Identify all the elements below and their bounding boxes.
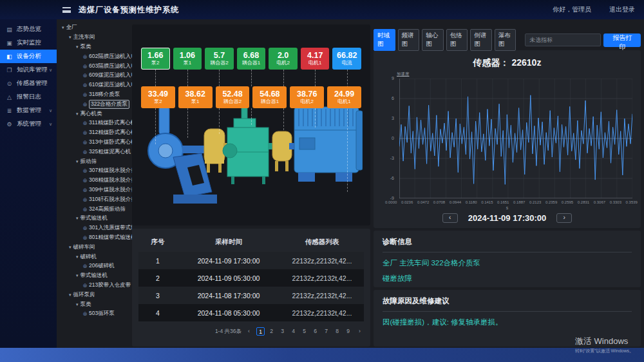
tree-node[interactable]: ▾ ◎ 带式输送机	[59, 214, 132, 224]
view-mode-button[interactable]: 包络图	[446, 29, 468, 51]
y-axis-ticks: 9630-3-6-9	[381, 76, 394, 200]
tree-node[interactable]: ▾ ◎ 206破碎机	[59, 262, 132, 271]
analysis-toolbar: 时域图 频谱图 轴心图 包络图 倒谱图 瀑布图 报告打印	[374, 32, 641, 48]
view-mode-button[interactable]: 瀑布图	[495, 29, 516, 51]
tree-node-label: 310矸石脱水脱介筛	[89, 196, 132, 204]
gauge-box[interactable]: 54.68 耦合器1	[252, 86, 287, 108]
page-number[interactable]: 7	[322, 327, 330, 336]
gauge-box[interactable]: 5.7 耦合器2	[205, 48, 234, 70]
page-number[interactable]: 3	[278, 327, 287, 336]
tree-node[interactable]: ▾ ◎ 带式输送机	[59, 271, 132, 281]
gauge-label: 耦合器1	[261, 99, 279, 105]
page-prev-icon[interactable]: ‹	[245, 327, 253, 336]
gauge-value: 1.66	[147, 51, 163, 60]
tree-node[interactable]: ▾ ◎ 603隔膜压滤机入料泵	[59, 61, 132, 71]
gauge-box[interactable]: 24.99 电机1	[327, 86, 361, 108]
gauge-box[interactable]: 38.62 泵1	[178, 86, 213, 108]
page-number[interactable]: 1	[256, 327, 265, 336]
system[interactable]: ⚙ 系统管理 ∨	[0, 117, 57, 131]
view-mode-button[interactable]: 倒谱图	[470, 29, 492, 51]
gauge-value: 66.82	[337, 51, 357, 60]
x-tick: 0.1180	[466, 200, 477, 204]
tree-node[interactable]: ▾ ◎ 610煤泥压滤机入料泵	[59, 81, 132, 90]
tree-node[interactable]: ▾ ◎ 301入洗原煤带式输送机	[59, 224, 132, 233]
tree-node-label: 带式输送机	[80, 214, 108, 222]
gauge-box[interactable]: 38.76 电机2	[290, 86, 324, 108]
tree-node[interactable]: ▾ ◎ 322合格介质泵	[59, 99, 132, 109]
tree-node[interactable]: ▾ ◎ 循环泵房	[59, 290, 132, 300]
view-mode-button[interactable]: 轴心图	[422, 29, 444, 51]
knowledge[interactable]: ❐ 知识库管理 ∨	[0, 63, 57, 77]
diagnosis-panel: 诊断信息 全厂 主洗车间 322合格介质泵 碰磨故障	[374, 231, 641, 287]
tree-node[interactable]: ▾ ◎ 318稀介质泵	[59, 90, 132, 100]
gauge-box[interactable]: 6.68 耦合器1	[237, 48, 266, 70]
user-greeting: 你好，管理员	[553, 5, 591, 14]
tree-node[interactable]: ▾ ◎ 324高频振动筛	[59, 204, 132, 214]
view-mode-button[interactable]: 时域图	[374, 29, 395, 51]
col-header-time: 采样时间	[177, 238, 280, 247]
table-row[interactable]: 2 2024-11-09 05:30:00 22132z,22132t,42..…	[138, 269, 364, 287]
overview[interactable]: ▤ 态势总览	[0, 23, 57, 36]
gauge-box[interactable]: 1.06 泵1	[173, 48, 202, 70]
tree-node[interactable]: ▾ ◎ 602隔膜压滤机入料泵	[59, 52, 132, 61]
tree-node[interactable]: ▾ ◎ 309中煤脱水脱介筛	[59, 186, 132, 195]
gauge-box[interactable]: 2.0 电机2	[269, 48, 298, 70]
logout-link[interactable]: 退出登录	[609, 5, 635, 14]
gauge-value: 6.68	[243, 51, 259, 60]
alarm[interactable]: △ 报警日志	[0, 90, 57, 104]
next-date-button[interactable]: ›	[556, 213, 572, 223]
menu-icon[interactable]	[62, 7, 71, 13]
tree-node[interactable]: ▾ ◎ 311精煤卧式离心机	[59, 119, 132, 128]
sidebar-item-icon: ▣	[6, 40, 13, 46]
table-row[interactable]: 3 2024-11-08 17:30:00 22132z,22132t,42..…	[138, 287, 364, 304]
tree-node-label: 振动筛	[80, 158, 97, 166]
page-number[interactable]: 4	[289, 327, 298, 336]
tree-node[interactable]: ▾ ◎ 离心机类	[59, 109, 132, 119]
x-tick: 0.1887	[513, 200, 525, 204]
view-mode-button[interactable]: 频谱图	[398, 29, 420, 51]
x-tick: 0.3539	[626, 200, 638, 204]
tree-node[interactable]: ▾ ◎ 213胶带入仓皮带	[59, 281, 132, 291]
prev-date-button[interactable]: ‹	[442, 213, 458, 223]
tree-node-label: 311精煤卧式离心机	[89, 119, 132, 127]
gauge-box[interactable]: 66.82 电流	[332, 48, 361, 70]
page-number[interactable]: 2	[267, 327, 276, 336]
bottom-bar	[0, 348, 644, 362]
tree-node[interactable]: ▾ ◎ 503循环泵	[59, 309, 132, 319]
gauge-box[interactable]: 33.49 泵2	[141, 86, 175, 108]
tree-node[interactable]: ▾ ◎ 307精煤脱水脱介筛	[59, 166, 132, 176]
gauge-box[interactable]: 4.17 电机1	[301, 48, 330, 70]
monitor[interactable]: ▣ 实时监控	[0, 36, 57, 50]
tree-node[interactable]: ▾ ◎ 325粗煤泥离心机	[59, 147, 132, 157]
tree-node[interactable]: ▾ ◎ 609煤泥压滤机入料泵	[59, 71, 132, 81]
tree-node[interactable]: ▾ ◎ 破碎车间	[59, 242, 132, 252]
tree-node[interactable]: ▾ ◎ 313中煤卧式离心机	[59, 138, 132, 148]
tree-node[interactable]: ▾ ◎ 312精煤卧式离心机	[59, 128, 132, 138]
analysis[interactable]: ◧ 设备分析	[0, 50, 57, 63]
data[interactable]: ≣ 数据管理 ∨	[0, 104, 57, 117]
page-number[interactable]: 6	[311, 327, 319, 336]
tree-node[interactable]: ▾ ◎ 308精煤脱水脱介筛	[59, 176, 132, 186]
tree-node[interactable]: ▾ ◎ 泵类	[59, 300, 132, 309]
tree-node[interactable]: ▾ ◎ 振动筛	[59, 157, 132, 166]
indicator-input[interactable]	[525, 33, 601, 46]
gauge-box[interactable]: 1.66 泵2	[141, 48, 170, 70]
gauge-label: 电机1	[308, 61, 321, 66]
device-dot-icon: ◎	[83, 283, 87, 288]
page-number[interactable]: 9	[344, 327, 352, 336]
gauge-box[interactable]: 52.48 耦合器2	[216, 86, 250, 108]
table-body: 1 2024-11-09 17:30:00 22132z,22132t,42..…	[138, 252, 364, 321]
tree-node[interactable]: ▾ ◎ 主洗车间	[59, 33, 132, 43]
tree-node[interactable]: ▾ ◎ 全厂	[59, 23, 132, 33]
table-row[interactable]: 1 2024-11-09 17:30:00 22132z,22132t,42..…	[138, 252, 364, 269]
tree-node[interactable]: ▾ ◎ 破碎机	[59, 252, 132, 262]
sensor[interactable]: ⊙ 传感器管理	[0, 77, 57, 90]
report-print-button[interactable]: 报告打印	[603, 33, 641, 47]
page-number[interactable]: 5	[300, 327, 308, 336]
tree-node[interactable]: ▾ ◎ 泵类	[59, 43, 132, 52]
page-number[interactable]: 8	[333, 327, 341, 336]
tree-node[interactable]: ▾ ◎ 801精煤带式输送机	[59, 233, 132, 243]
tree-node[interactable]: ▾ ◎ 310矸石脱水脱介筛	[59, 195, 132, 204]
page-next-icon[interactable]: ›	[355, 327, 364, 336]
table-row[interactable]: 4 2024-11-08 05:30:00 22132z,22132t,42..…	[138, 304, 364, 321]
